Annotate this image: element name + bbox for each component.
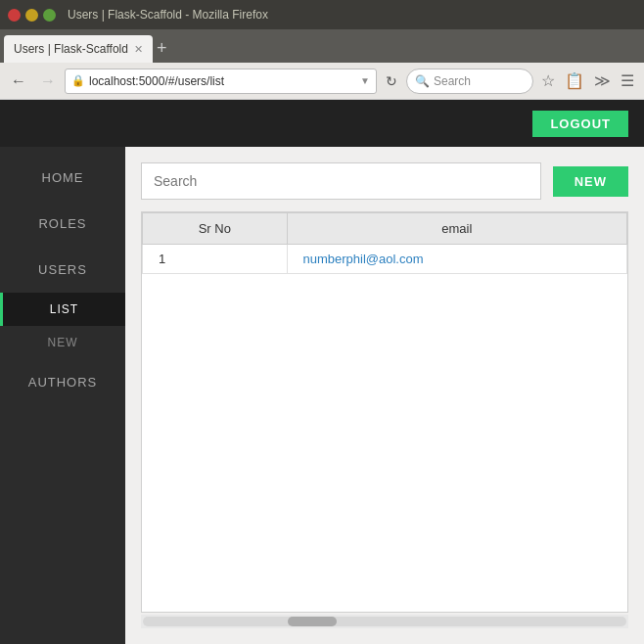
sidebar-item-roles[interactable]: ROLES (0, 201, 125, 247)
scroll-track (143, 617, 626, 626)
sidebar-item-list[interactable]: LIST (0, 293, 125, 326)
col-email: email (287, 213, 627, 245)
window-controls[interactable] (8, 9, 56, 22)
menu-icon[interactable]: ☰ (617, 69, 638, 92)
table-row: 1numberphil@aol.com (143, 245, 627, 274)
minimize-button[interactable] (25, 9, 38, 22)
sidebar-item-home[interactable]: HOME (0, 155, 125, 201)
tab-bar: Users | Flask-Scaffold ✕ + (0, 29, 644, 63)
lock-icon: 🔒 (71, 74, 85, 87)
content-toolbar: NEW (141, 162, 628, 200)
forward-button[interactable]: → (35, 70, 61, 92)
browser-search-label: Search (434, 74, 471, 88)
search-input[interactable] (141, 162, 541, 200)
tab-close-icon[interactable]: ✕ (134, 43, 143, 56)
main: HOME ROLES USERS LIST NEW AUTHORS NEW Sr… (0, 147, 644, 644)
horizontal-scrollbar[interactable] (141, 615, 628, 628)
maximize-button[interactable] (43, 9, 56, 22)
logout-button[interactable]: LOGOUT (532, 111, 628, 137)
new-tab-button[interactable]: + (157, 38, 167, 59)
search-icon: 🔍 (415, 74, 430, 88)
url-text: localhost:5000/#/users/list (89, 74, 356, 88)
cell-email: numberphil@aol.com (287, 245, 627, 274)
active-tab[interactable]: Users | Flask-Scaffold ✕ (4, 35, 153, 63)
dropdown-icon[interactable]: ▼ (360, 75, 370, 86)
window-title: Users | Flask-Scaffold - Mozilla Firefox (68, 8, 268, 22)
url-bar[interactable]: 🔒 localhost:5000/#/users/list ▼ (65, 69, 377, 94)
table-header-row: Sr No email (143, 213, 627, 245)
scroll-thumb[interactable] (288, 617, 337, 626)
col-sr-no: Sr No (143, 213, 288, 245)
tab-label: Users | Flask-Scaffold (14, 42, 128, 56)
back-button[interactable]: ← (6, 70, 31, 92)
users-table: Sr No email 1numberphil@aol.com (142, 212, 627, 274)
sidebar-item-users[interactable]: USERS (0, 247, 125, 293)
close-button[interactable] (8, 9, 21, 22)
refresh-button[interactable]: ↻ (381, 71, 402, 91)
table-wrapper: Sr No email 1numberphil@aol.com (141, 211, 628, 613)
new-button[interactable]: NEW (553, 166, 628, 197)
bookmark-icon[interactable]: ☆ (537, 69, 559, 92)
more-tools-icon[interactable]: ≫ (590, 69, 615, 92)
browser-search-bar[interactable]: 🔍 Search (406, 69, 533, 94)
content-area: NEW Sr No email 1numberphil@aol.com (125, 147, 644, 644)
cell-sr-no: 1 (143, 245, 288, 274)
title-bar: Users | Flask-Scaffold - Mozilla Firefox (0, 0, 644, 29)
nav-bar: ← → 🔒 localhost:5000/#/users/list ▼ ↻ 🔍 … (0, 63, 644, 100)
sidebar-item-new[interactable]: NEW (0, 326, 125, 359)
app-topbar: LOGOUT (0, 100, 644, 147)
app: LOGOUT HOME ROLES USERS LIST NEW AUTHORS… (0, 100, 644, 644)
bookmark-list-icon[interactable]: 📋 (561, 69, 588, 92)
nav-icons: ☆ 📋 ≫ ☰ (537, 69, 638, 92)
sidebar-item-authors[interactable]: AUTHORS (0, 359, 125, 405)
sidebar: HOME ROLES USERS LIST NEW AUTHORS (0, 147, 125, 644)
